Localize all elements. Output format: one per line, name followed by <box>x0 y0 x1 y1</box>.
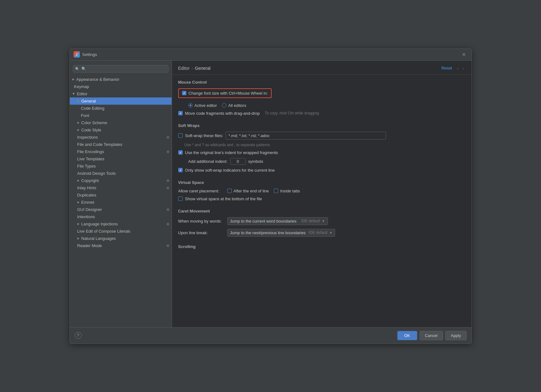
caret-movement-section: Caret Movement When moving by words: Jum… <box>178 209 465 237</box>
sidebar-item-code-style[interactable]: ▶ Code Style <box>70 126 172 134</box>
only-show-indicators-label: Only show soft-wrap indicators for the c… <box>185 168 275 173</box>
sidebar-item-appearance[interactable]: ▶ Appearance & Behavior <box>70 76 172 83</box>
apply-button[interactable]: Apply <box>445 331 466 340</box>
when-moving-dropdown[interactable]: Jump to the current word boundaries IDE … <box>227 217 328 225</box>
chevron-icon: ▶ <box>77 179 80 182</box>
settings-window: J Settings ✕ 🔍 ▶ Appearance & Behavior K… <box>69 48 472 344</box>
sidebar-item-live-edit[interactable]: Live Edit of Compose Literals <box>70 228 172 235</box>
reset-button[interactable]: Reset <box>441 66 452 70</box>
sidebar-item-label: Emmet <box>81 200 169 205</box>
sidebar-item-label: Keymap <box>74 84 169 89</box>
sidebar-item-editor[interactable]: ▼ Editor <box>70 90 172 97</box>
sidebar-item-label: Color Scheme <box>81 120 169 125</box>
chevron-icon: ▶ <box>77 128 80 131</box>
app-icon: J <box>74 51 80 58</box>
section-title-soft-wraps: Soft Wraps <box>178 123 465 128</box>
chevron-icon: ▶ <box>77 121 80 124</box>
sidebar-item-label: File Encodings <box>77 149 165 154</box>
add-indent-row: Add additional indent: symbols <box>188 158 465 165</box>
sidebar-item-gui-designer[interactable]: GUI Designer ⊞ <box>70 206 172 213</box>
search-input[interactable] <box>73 65 168 73</box>
settings-icon: ⊞ <box>167 208 169 211</box>
active-editor-label: Active editor <box>195 103 217 108</box>
inside-tabs-checkbox[interactable] <box>274 189 278 193</box>
change-font-size-label: Change font size with Ctrl+Mouse Wheel i… <box>189 91 268 96</box>
sidebar-item-file-code-templates[interactable]: File and Code Templates <box>70 141 172 148</box>
add-indent-input[interactable] <box>230 158 246 165</box>
sidebar-item-android-design[interactable]: Android Design Tools <box>70 170 172 177</box>
use-original-indent-label: Use the original line's indent for wrapp… <box>185 150 278 155</box>
section-title-caret-movement: Caret Movement <box>178 209 465 213</box>
sidebar-item-inlay-hints[interactable]: Inlay Hints ⊞ <box>70 184 172 191</box>
breadcrumb-root: Editor <box>178 66 190 71</box>
nav-arrows: ‹ › <box>456 65 465 71</box>
sidebar-item-natural-languages[interactable]: ▶ Natural Languages <box>70 235 172 242</box>
sidebar-item-live-templates[interactable]: Live Templates <box>70 155 172 163</box>
caret-options: After the end of line Inside tabs <box>227 189 300 193</box>
font-size-radio-group: Active editor All editors <box>188 103 465 108</box>
panel-content: Mouse Control Change font size with Ctrl… <box>172 75 472 327</box>
sidebar-item-label: Inlay Hints <box>77 185 165 190</box>
sidebar-item-emmet[interactable]: ▶ Emmet <box>70 199 172 206</box>
sidebar-item-label: File and Code Templates <box>77 142 169 147</box>
section-title-mouse: Mouse Control <box>178 80 465 85</box>
sidebar-item-code-editing[interactable]: Code Editing <box>70 105 172 112</box>
soft-wrap-info: Use * and ? as wildcards and ; to separa… <box>185 143 465 147</box>
use-original-indent-checkbox[interactable] <box>178 150 183 155</box>
inside-tabs-wrap: Inside tabs <box>274 189 300 193</box>
soft-wrap-checkbox[interactable] <box>178 133 183 138</box>
sidebar-item-copyright[interactable]: ▶ Copyright ⊞ <box>70 177 172 184</box>
add-indent-label: Add additional indent: <box>188 159 228 164</box>
sidebar-item-label: File Types <box>77 164 169 168</box>
main-content-area: 🔍 ▶ Appearance & Behavior Keymap ▼ Edito… <box>70 61 472 327</box>
dropdown-arrow-icon: ▼ <box>322 219 325 223</box>
header-actions: Reset ‹ › <box>441 65 465 71</box>
move-code-checkbox[interactable] <box>178 111 183 115</box>
cancel-button[interactable]: Cancel <box>420 331 443 340</box>
show-virtual-space-checkbox[interactable] <box>178 196 183 201</box>
close-button[interactable]: ✕ <box>460 51 468 58</box>
sidebar-item-general[interactable]: ▶ General <box>70 97 172 105</box>
show-virtual-space-row: Show virtual space at the bottom of the … <box>178 196 465 201</box>
nav-forward-button[interactable]: › <box>461 65 465 71</box>
sidebar-item-intentions[interactable]: Intentions <box>70 213 172 220</box>
all-editors-radio[interactable]: All editors <box>222 103 246 108</box>
sidebar-item-inspections[interactable]: Inspections ⊞ <box>70 134 172 141</box>
inside-tabs-label: Inside tabs <box>280 189 300 193</box>
sidebar-item-label: Language Injections <box>81 222 165 226</box>
breadcrumb: Editor › General <box>178 66 211 71</box>
allow-caret-label: Allow caret placement: <box>178 189 222 193</box>
soft-wrap-files-row: Soft-wrap these files: <box>178 132 465 140</box>
symbols-label: symbols <box>248 159 263 164</box>
sidebar-item-reader-mode[interactable]: Reader Mode ⊞ <box>70 242 172 249</box>
when-moving-label: When moving by words: <box>178 219 222 224</box>
sidebar-item-label: Reader Mode <box>77 243 165 248</box>
all-editors-radio-input[interactable] <box>222 103 226 108</box>
only-show-indicators-checkbox[interactable] <box>178 168 183 172</box>
sidebar-item-file-encodings[interactable]: File Encodings ⊞ <box>70 148 172 155</box>
help-button[interactable]: ? <box>75 332 82 339</box>
change-font-size-checkbox[interactable] <box>182 91 186 95</box>
breadcrumb-separator: › <box>191 66 193 71</box>
settings-icon: ⊞ <box>167 244 169 247</box>
soft-wrap-files-input[interactable] <box>226 132 386 140</box>
upon-line-break-dropdown[interactable]: Jump to the next/previous line boundarie… <box>227 229 335 237</box>
search-box[interactable]: 🔍 <box>73 65 168 73</box>
window-title: Settings <box>82 52 460 57</box>
nav-back-button[interactable]: ‹ <box>456 65 460 71</box>
active-editor-radio[interactable]: Active editor <box>188 103 217 108</box>
active-editor-radio-input[interactable] <box>188 103 193 108</box>
sidebar-item-keymap[interactable]: Keymap <box>70 83 172 90</box>
sidebar-item-label: Editor <box>77 91 169 96</box>
sidebar-item-language-injections[interactable]: ▶ Language Injections ⊞ <box>70 220 172 228</box>
sidebar-item-duplicates[interactable]: Duplicates <box>70 191 172 199</box>
after-end-of-line-checkbox[interactable] <box>227 189 232 193</box>
use-original-indent-row: Use the original line's indent for wrapp… <box>178 150 465 155</box>
sidebar-item-label: Font <box>81 113 169 118</box>
sidebar-item-font[interactable]: Font <box>70 112 172 119</box>
sidebar-item-file-types[interactable]: File Types <box>70 163 172 170</box>
sidebar-item-label: Intentions <box>77 214 169 219</box>
sidebar-item-color-scheme[interactable]: ▶ Color Scheme <box>70 119 172 126</box>
ok-button[interactable]: OK <box>397 331 417 340</box>
chevron-open-icon: ▼ <box>72 92 75 95</box>
